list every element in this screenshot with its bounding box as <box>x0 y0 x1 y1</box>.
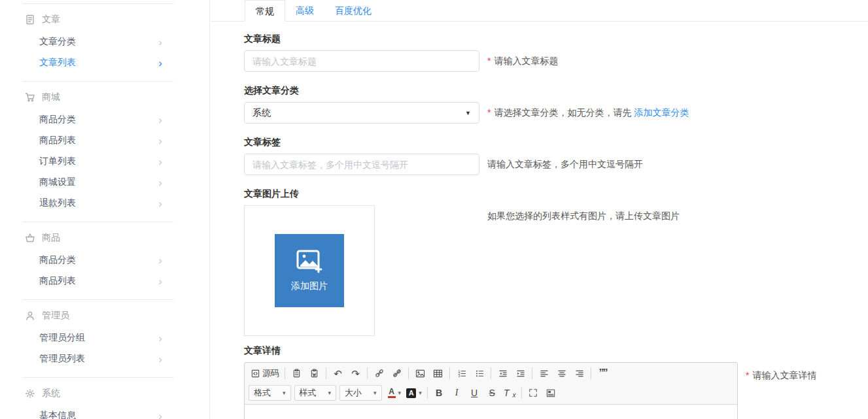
mall-icon <box>25 92 35 103</box>
italic-button[interactable]: I <box>448 385 466 401</box>
form-item-tags: 文章标签 请输入文章标签，多个用中文逗号隔开 <box>244 137 868 175</box>
sidebar-item-mall-refund-list[interactable]: 退款列表 › <box>39 193 162 214</box>
sidebar-item-article-category[interactable]: 文章分类 › <box>39 31 162 52</box>
toolbar-separator <box>521 387 522 399</box>
add-image-button[interactable]: 添加图片 <box>275 234 344 307</box>
chevron-right-icon: › <box>158 333 162 344</box>
insert-table-button[interactable] <box>429 365 447 381</box>
sidebar-item-label: 商品列表 <box>39 275 76 287</box>
format-combo-label: 格式 <box>254 387 271 399</box>
show-blocks-button[interactable] <box>542 385 560 401</box>
editor-content-area[interactable] <box>245 404 737 419</box>
sidebar-item-label: 管理员分组 <box>39 332 85 344</box>
blockquote-button[interactable]: ”” <box>594 365 612 381</box>
outdent-button[interactable] <box>494 365 512 381</box>
style-combo-label: 样式 <box>300 387 317 399</box>
required-asterisk: * <box>487 107 491 118</box>
link-button[interactable] <box>370 365 388 381</box>
unlink-button[interactable] <box>388 365 406 381</box>
sidebar-item-label: 退款列表 <box>39 197 76 209</box>
chevron-right-icon: › <box>158 411 162 419</box>
svg-text:3: 3 <box>458 374 460 378</box>
sidebar-item-mall-goods-category[interactable]: 商品分类 › <box>39 109 162 130</box>
sidebar-item-label: 文章列表 <box>39 57 76 69</box>
sidebar-item-mall-order-list[interactable]: 订单列表 › <box>39 151 162 172</box>
image-label: 文章图片上传 <box>244 188 868 200</box>
remove-format-button[interactable]: Tx <box>501 385 519 401</box>
add-image-label: 添加图片 <box>291 280 328 292</box>
sidebar-item-article-list[interactable]: 文章列表 › <box>39 52 162 73</box>
sidebar-item-label: 管理员列表 <box>39 353 85 365</box>
form-item-category: 选择文章分类 系统 ▼ *请选择文章分类，如无分类，请先添加文章分类 <box>244 85 868 124</box>
sidebar-section-mall-header: 商城 <box>25 82 209 109</box>
align-right-button[interactable] <box>570 365 588 381</box>
sidebar-section-system-header: 系统 <box>25 378 209 405</box>
indent-button[interactable] <box>512 365 529 381</box>
detail-hint: *请输入文章详情 <box>746 370 816 382</box>
chevron-right-icon: › <box>158 37 162 48</box>
image-upload-dropzone[interactable]: 添加图片 <box>244 205 375 336</box>
title-input[interactable] <box>244 50 479 72</box>
style-combo[interactable]: 样式 ▾ <box>294 385 337 401</box>
sidebar-item-mall-goods-list[interactable]: 商品列表 › <box>39 130 162 151</box>
bulleted-list-button[interactable] <box>470 365 488 381</box>
toolbar-separator <box>285 367 285 379</box>
text-color-button[interactable]: A ▾ <box>385 385 404 401</box>
bold-button[interactable]: B <box>430 385 448 401</box>
sidebar-item-system-basic-info[interactable]: 基本信息 › <box>39 405 162 419</box>
caret-down-icon: ▾ <box>419 390 422 396</box>
admin-page: 文章 文章分类 › 文章列表 › 商城 商品分类 › <box>0 0 868 419</box>
sidebar-item-admin-list[interactable]: 管理员列表 › <box>39 348 162 369</box>
title-hint-text: 请输入文章标题 <box>494 56 558 66</box>
paste-button[interactable] <box>288 365 305 381</box>
sidebar-section-label: 商品 <box>42 232 60 244</box>
goods-icon <box>25 233 35 243</box>
undo-icon[interactable]: ↶ <box>329 365 347 381</box>
tags-input[interactable] <box>244 154 479 175</box>
format-combo[interactable]: 格式 ▾ <box>249 385 291 401</box>
redo-icon[interactable]: ↷ <box>347 365 364 381</box>
sidebar-section-article-header: 文章 <box>25 4 209 31</box>
sidebar-section-label: 系统 <box>42 388 60 399</box>
sidebar-item-admin-group[interactable]: 管理员分组 › <box>39 327 162 348</box>
strikethrough-button[interactable]: S <box>483 385 501 401</box>
size-combo-label: 大小 <box>345 387 362 399</box>
sidebar-item-goods-list[interactable]: 商品列表 › <box>39 271 162 292</box>
size-combo[interactable]: 大小 ▾ <box>339 385 382 401</box>
tab-baidu-seo[interactable]: 百度优化 <box>324 0 382 21</box>
sidebar-item-mall-settings[interactable]: 商城设置 › <box>39 172 162 193</box>
chevron-right-icon: › <box>158 156 162 167</box>
chevron-right-icon: › <box>158 135 162 146</box>
tab-advanced[interactable]: 高级 <box>285 0 324 21</box>
add-category-link[interactable]: 添加文章分类 <box>634 107 689 118</box>
underline-button[interactable]: U <box>466 385 483 401</box>
sidebar-section-goods-header: 商品 <box>25 222 209 250</box>
sidebar-item-goods-category[interactable]: 商品分类 › <box>39 250 162 271</box>
image-hint-text: 如果您选择的列表样式有图片，请上传文章图片 <box>487 210 680 221</box>
toolbar-separator <box>491 367 491 379</box>
toolbar-separator <box>408 367 409 379</box>
form-item-title: 文章标题 *请输入文章标题 <box>244 33 868 72</box>
toolbar-separator <box>367 367 368 379</box>
chevron-right-icon: › <box>158 58 162 69</box>
sidebar: 文章 文章分类 › 文章列表 › 商城 商品分类 › <box>0 0 210 419</box>
ordered-list-button[interactable]: 123 <box>453 365 470 381</box>
paste-from-word-button[interactable] <box>305 365 323 381</box>
category-hint-text: 请选择文章分类，如无分类，请先 <box>494 107 631 118</box>
align-left-button[interactable] <box>535 365 553 381</box>
sidebar-section-label: 文章 <box>42 14 60 25</box>
background-color-icon: A <box>406 388 416 398</box>
title-label: 文章标题 <box>244 33 868 45</box>
editor-toolbar-row-1: 源码 ↶ ↷ <box>245 363 737 382</box>
toolbar-separator <box>591 367 591 379</box>
insert-image-button[interactable] <box>411 365 429 381</box>
align-center-button[interactable] <box>553 365 570 381</box>
background-color-button[interactable]: A ▾ <box>404 385 425 401</box>
category-hint: *请选择文章分类，如无分类，请先添加文章分类 <box>487 107 689 119</box>
required-asterisk: * <box>487 56 491 66</box>
maximize-button[interactable] <box>525 385 542 401</box>
category-select[interactable]: 系统 ▼ <box>244 102 479 124</box>
tab-general[interactable]: 常规 <box>245 0 285 22</box>
source-button[interactable]: 源码 <box>249 365 282 381</box>
sidebar-item-label: 商品列表 <box>39 135 76 146</box>
